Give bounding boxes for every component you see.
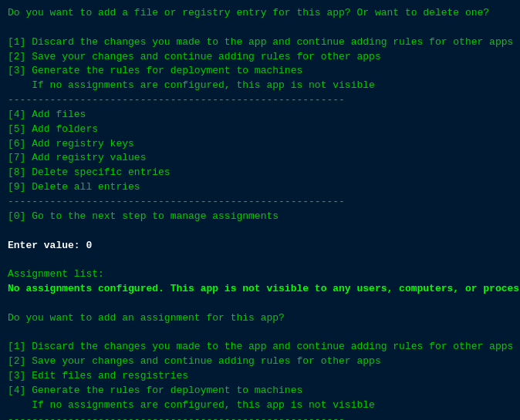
no-assignments-msg: No assignments configured. This app is n… [8, 282, 512, 297]
line-blank-4 [8, 297, 512, 311]
terminal-output: Do you want to add a file or registry en… [8, 6, 512, 420]
enter-value-1: Enter value: 0 [8, 239, 512, 254]
separator-3: ----------------------------------------… [8, 413, 512, 420]
terminal-window: Do you want to add a file or registry en… [0, 0, 520, 420]
assignment-list-label: Assignment list: [8, 267, 512, 282]
line-17: If no assignments are configured, this a… [8, 398, 512, 413]
line-8: [6] Add registry keys [8, 137, 512, 152]
line-16: [4] Generate the rules for deployment to… [8, 384, 512, 398]
add-assignment-prompt: Do you want to add an assignment for thi… [8, 311, 512, 326]
line-4: [3] Generate the rules for deployment to… [8, 64, 512, 79]
line-15: [3] Edit files and resgistries [8, 369, 512, 384]
line-1: Do you want to add a file or registry en… [8, 6, 512, 21]
line-14: [2] Save your changes and continue addin… [8, 354, 512, 369]
separator-2: ----------------------------------------… [8, 195, 512, 210]
line-9: [7] Add registry values [8, 151, 512, 166]
line-blank-3 [8, 253, 512, 267]
separator-1: ----------------------------------------… [8, 93, 512, 108]
line-blank-1 [8, 21, 512, 35]
line-blank-2 [8, 224, 512, 239]
line-blank-5 [8, 326, 512, 341]
line-7: [5] Add folders [8, 123, 512, 137]
line-11: [9] Delete all entries [8, 180, 512, 195]
line-13: [1] Discard the changes you made to the … [8, 340, 512, 354]
line-3: [2] Save your changes and continue addin… [8, 50, 512, 65]
line-5: If no assignments are configured, this a… [8, 79, 512, 93]
line-2: [1] Discard the changes you made to the … [8, 35, 512, 50]
line-6: [4] Add files [8, 108, 512, 123]
line-12: [0] Go to the next step to manage assign… [8, 210, 512, 224]
line-10: [8] Delete specific entries [8, 166, 512, 180]
